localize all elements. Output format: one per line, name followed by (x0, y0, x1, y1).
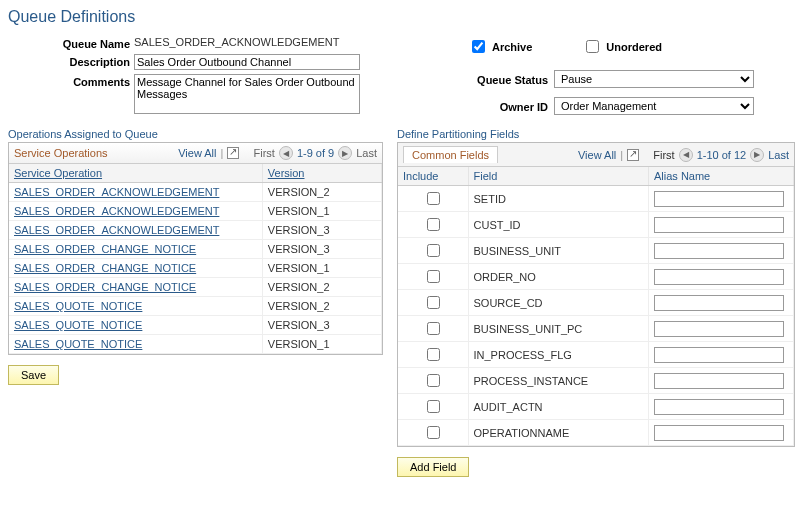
unordered-checkbox-label[interactable]: Unordered (582, 37, 662, 56)
ops-col-version[interactable]: Version (268, 167, 305, 179)
include-checkbox[interactable] (427, 348, 440, 361)
service-operation-link[interactable]: SALES_ORDER_CHANGE_NOTICE (14, 262, 196, 274)
table-row: SALES_ORDER_CHANGE_NOTICEVERSION_3 (9, 240, 382, 259)
field-name-cell: BUSINESS_UNIT (468, 238, 649, 264)
table-row: SALES_ORDER_ACKNOWLEDGEMENTVERSION_2 (9, 183, 382, 202)
part-section-title: Define Partitioning Fields (397, 128, 795, 140)
field-name-cell: SOURCE_CD (468, 290, 649, 316)
field-name-cell: CUST_ID (468, 212, 649, 238)
field-name-cell: SETID (468, 186, 649, 212)
ops-col-service-operation[interactable]: Service Operation (14, 167, 102, 179)
alias-input[interactable] (654, 243, 784, 259)
ops-section-title: Operations Assigned to Queue (8, 128, 383, 140)
part-col-field: Field (468, 167, 649, 186)
ops-last-label: Last (356, 147, 377, 159)
unordered-checkbox[interactable] (586, 40, 599, 53)
service-operation-link[interactable]: SALES_QUOTE_NOTICE (14, 338, 142, 350)
queue-name-value: SALES_ORDER_ACKNOWLEDGEMENT (134, 36, 398, 48)
table-row: SALES_ORDER_ACKNOWLEDGEMENTVERSION_3 (9, 221, 382, 240)
field-name-cell: OPERATIONNAME (468, 420, 649, 446)
service-operation-link[interactable]: SALES_ORDER_ACKNOWLEDGEMENT (14, 205, 219, 217)
page-title: Queue Definitions (8, 8, 795, 26)
alias-input[interactable] (654, 347, 784, 363)
include-checkbox[interactable] (427, 296, 440, 309)
version-cell: VERSION_2 (262, 297, 381, 316)
ops-next-icon[interactable]: ▶ (338, 146, 352, 160)
alias-input[interactable] (654, 321, 784, 337)
owner-id-select[interactable]: Order Management (554, 97, 754, 115)
version-cell: VERSION_2 (262, 183, 381, 202)
table-row: SALES_QUOTE_NOTICEVERSION_3 (9, 316, 382, 335)
ops-popout-icon[interactable] (227, 147, 239, 159)
include-checkbox[interactable] (427, 192, 440, 205)
table-row: BUSINESS_UNIT (398, 238, 794, 264)
part-view-all-link[interactable]: View All (578, 149, 616, 161)
part-prev-icon[interactable]: ◀ (679, 148, 693, 162)
queue-name-label: Queue Name (8, 36, 130, 50)
alias-input[interactable] (654, 269, 784, 285)
table-row: PROCESS_INSTANCE (398, 368, 794, 394)
field-name-cell: BUSINESS_UNIT_PC (468, 316, 649, 342)
alias-input[interactable] (654, 425, 784, 441)
archive-checkbox[interactable] (472, 40, 485, 53)
part-col-alias: Alias Name (649, 167, 794, 186)
alias-input[interactable] (654, 191, 784, 207)
unordered-text: Unordered (606, 41, 662, 53)
part-first-label: First (653, 149, 674, 161)
service-operation-link[interactable]: SALES_QUOTE_NOTICE (14, 300, 142, 312)
include-checkbox[interactable] (427, 426, 440, 439)
save-button[interactable]: Save (8, 365, 59, 385)
ops-view-all-link[interactable]: View All (178, 147, 216, 159)
alias-input[interactable] (654, 373, 784, 389)
queue-status-select[interactable]: Pause (554, 70, 754, 88)
include-checkbox[interactable] (427, 244, 440, 257)
service-operation-link[interactable]: SALES_ORDER_ACKNOWLEDGEMENT (14, 224, 219, 236)
table-row: IN_PROCESS_FLG (398, 342, 794, 368)
queue-status-label: Queue Status (428, 72, 548, 86)
table-row: SALES_QUOTE_NOTICEVERSION_2 (9, 297, 382, 316)
part-last-label: Last (768, 149, 789, 161)
version-cell: VERSION_3 (262, 240, 381, 259)
ops-prev-icon[interactable]: ◀ (279, 146, 293, 160)
archive-checkbox-label[interactable]: Archive (468, 37, 532, 56)
table-row: SALES_QUOTE_NOTICEVERSION_1 (9, 335, 382, 354)
ops-range: 1-9 of 9 (297, 147, 334, 159)
comments-label: Comments (8, 74, 130, 88)
description-label: Description (8, 54, 130, 68)
part-next-icon[interactable]: ▶ (750, 148, 764, 162)
part-popout-icon[interactable] (627, 149, 639, 161)
include-checkbox[interactable] (427, 218, 440, 231)
version-cell: VERSION_2 (262, 278, 381, 297)
include-checkbox[interactable] (427, 400, 440, 413)
field-name-cell: ORDER_NO (468, 264, 649, 290)
table-row: SALES_ORDER_CHANGE_NOTICEVERSION_2 (9, 278, 382, 297)
alias-input[interactable] (654, 217, 784, 233)
table-row: ORDER_NO (398, 264, 794, 290)
ops-first-label: First (254, 147, 275, 159)
alias-input[interactable] (654, 399, 784, 415)
version-cell: VERSION_1 (262, 259, 381, 278)
description-input[interactable] (134, 54, 360, 70)
include-checkbox[interactable] (427, 270, 440, 283)
table-row: AUDIT_ACTN (398, 394, 794, 420)
alias-input[interactable] (654, 295, 784, 311)
table-row: SALES_ORDER_ACKNOWLEDGEMENTVERSION_1 (9, 202, 382, 221)
table-row: SETID (398, 186, 794, 212)
table-row: SOURCE_CD (398, 290, 794, 316)
common-fields-tab[interactable]: Common Fields (403, 146, 498, 163)
service-operation-link[interactable]: SALES_QUOTE_NOTICE (14, 319, 142, 331)
table-row: SALES_ORDER_CHANGE_NOTICEVERSION_1 (9, 259, 382, 278)
include-checkbox[interactable] (427, 322, 440, 335)
comments-input[interactable] (134, 74, 360, 114)
field-name-cell: AUDIT_ACTN (468, 394, 649, 420)
service-operation-link[interactable]: SALES_ORDER_ACKNOWLEDGEMENT (14, 186, 219, 198)
field-name-cell: PROCESS_INSTANCE (468, 368, 649, 394)
service-operation-link[interactable]: SALES_ORDER_CHANGE_NOTICE (14, 243, 196, 255)
owner-id-label: Owner ID (428, 99, 548, 113)
part-col-include: Include (398, 167, 468, 186)
service-operation-link[interactable]: SALES_ORDER_CHANGE_NOTICE (14, 281, 196, 293)
table-row: BUSINESS_UNIT_PC (398, 316, 794, 342)
include-checkbox[interactable] (427, 374, 440, 387)
add-field-button[interactable]: Add Field (397, 457, 469, 477)
version-cell: VERSION_3 (262, 316, 381, 335)
